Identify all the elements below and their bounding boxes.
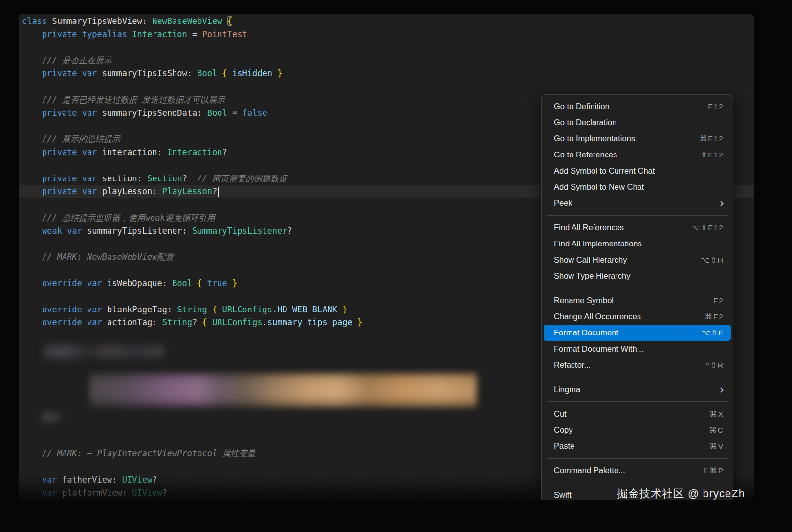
code-token: [82, 226, 87, 236]
code-token: URLConfigs: [222, 305, 272, 314]
code-token: [22, 186, 42, 196]
code-line[interactable]: private var summaryTipsIsShow: Bool { is…: [19, 67, 754, 80]
menu-item-show-type-hierarchy[interactable]: Show Type Hierarchy: [544, 268, 731, 284]
menu-item-add-symbol-to-current-chat[interactable]: Add Symbol to Current Chat: [544, 163, 731, 179]
code-token: [77, 147, 82, 157]
code-token: blankPageTag: [107, 305, 167, 314]
code-token: summaryTipsListener: [87, 226, 182, 236]
code-token: Bool: [197, 68, 217, 78]
code-token: }: [232, 278, 237, 288]
code-token: [97, 68, 102, 78]
code-token: Section: [147, 174, 182, 183]
menu-item-go-to-definition[interactable]: Go to DefinitionF12: [544, 98, 731, 114]
menu-item-command-palette[interactable]: Command Palette...⇧⌘P: [544, 463, 731, 479]
code-token: [22, 305, 42, 314]
code-token: =: [227, 108, 242, 118]
menu-item-format-document-with[interactable]: Format Document With...: [544, 341, 731, 357]
code-line[interactable]: [19, 80, 754, 93]
code-line[interactable]: private typealias Interaction = PointTes…: [19, 28, 754, 41]
menu-item-label: Go to Definition: [554, 102, 708, 111]
menu-separator: [547, 288, 728, 288]
code-token: var: [82, 186, 97, 196]
code-token: [77, 108, 82, 118]
menu-item-add-symbol-to-new-chat[interactable]: Add Symbol to New Chat: [544, 179, 731, 195]
menu-separator: [547, 377, 728, 377]
menu-item-cut[interactable]: Cut⌘X: [544, 406, 731, 422]
code-token: [97, 186, 102, 196]
menu-item-shortcut: F2: [713, 296, 724, 305]
code-token: }: [277, 68, 282, 78]
code-line[interactable]: /// 是否正在展示: [19, 54, 754, 67]
code-token: [82, 278, 87, 288]
code-token: UIView: [132, 488, 162, 498]
code-token: [77, 174, 82, 183]
code-token: actionTag: [107, 317, 152, 327]
code-token: Bool: [207, 108, 227, 118]
menu-item-label: Add Symbol to New Chat: [554, 182, 724, 192]
context-menu: Go to DefinitionF12Go to DeclarationGo t…: [541, 94, 733, 507]
code-token: private: [42, 68, 77, 78]
code-token: {: [227, 16, 232, 26]
code-token: [227, 278, 232, 288]
menu-separator: [547, 401, 728, 402]
code-token: .: [262, 317, 267, 327]
code-token: var: [82, 174, 97, 183]
code-token: {: [222, 68, 227, 78]
code-token: [22, 448, 42, 458]
code-token: // MARK: NewBaseWebView配置: [42, 252, 174, 262]
code-token: [22, 475, 42, 485]
code-token: [22, 68, 42, 78]
code-token: // MARK: — PlayInteractViewProtocol 属性变量: [42, 448, 255, 458]
code-token: [82, 305, 87, 314]
submenu-chevron-icon: ›: [719, 383, 724, 397]
menu-item-label: Copy: [554, 425, 709, 435]
menu-item-find-all-references[interactable]: Find All References⌥⇧F12: [544, 220, 731, 236]
menu-item-label: Peek: [554, 199, 715, 208]
menu-item-paste[interactable]: Paste⌘V: [544, 438, 731, 454]
menu-item-format-document[interactable]: Format Document⌥⇧F: [544, 325, 731, 341]
menu-item-shortcut: ⌘C: [709, 426, 724, 435]
code-token: summary_tips_page: [267, 317, 352, 327]
menu-item-label: Show Type Hierarchy: [554, 271, 724, 281]
code-token: :: [152, 186, 162, 196]
code-token: PointTest: [202, 29, 247, 39]
menu-item-go-to-references[interactable]: Go to References⇧F12: [544, 147, 731, 163]
code-token: false: [242, 108, 267, 118]
code-token: private: [42, 29, 77, 39]
code-token: {: [197, 278, 202, 288]
code-line[interactable]: class SummaryTipsWebView: NewBaseWebView…: [19, 15, 754, 28]
menu-item-copy[interactable]: Copy⌘C: [544, 422, 731, 438]
code-token: [22, 226, 42, 236]
menu-item-label: Go to Implementations: [554, 134, 700, 143]
menu-item-shortcut: ⌘F12: [700, 134, 724, 143]
menu-item-shortcut: ⇧⌘P: [702, 466, 724, 475]
menu-item-find-all-implementations[interactable]: Find All Implementations: [544, 236, 731, 252]
code-token: [102, 317, 107, 327]
code-token: {: [202, 317, 207, 327]
menu-item-shortcut: ⌥⇧H: [701, 256, 724, 265]
menu-item-label: Paste: [554, 442, 709, 451]
code-token: summaryTipsSendData: [102, 108, 197, 118]
menu-item-refactor[interactable]: Refactor...^⇧R: [544, 357, 731, 373]
code-token: [77, 68, 82, 78]
menu-item-shortcut: F12: [708, 102, 724, 111]
menu-item-change-all-occurrences[interactable]: Change All Occurrences⌘F2: [544, 309, 731, 325]
code-token: [77, 29, 82, 39]
code-token: [217, 305, 222, 314]
menu-item-label: Add Symbol to Current Chat: [554, 166, 724, 176]
menu-item-label: Refactor...: [554, 360, 706, 370]
menu-item-lingma[interactable]: Lingma›: [544, 381, 731, 398]
code-token: /// 是否正在展示: [42, 55, 112, 65]
code-token: =: [187, 29, 202, 39]
menu-item-peek[interactable]: Peek›: [544, 195, 731, 211]
code-token: [227, 68, 232, 78]
code-token: [22, 213, 42, 222]
text-cursor: [218, 187, 219, 197]
menu-item-rename-symbol[interactable]: Rename SymbolF2: [544, 292, 731, 309]
menu-item-go-to-declaration[interactable]: Go to Declaration: [544, 114, 731, 131]
menu-item-label: Change All Occurrences: [554, 312, 704, 321]
code-line[interactable]: [19, 41, 754, 54]
menu-item-shortcut: ⌥⇧F12: [691, 223, 724, 232]
menu-item-show-call-hierarchy[interactable]: Show Call Hierarchy⌥⇧H: [544, 252, 731, 268]
menu-item-go-to-implementations[interactable]: Go to Implementations⌘F12: [544, 131, 731, 147]
